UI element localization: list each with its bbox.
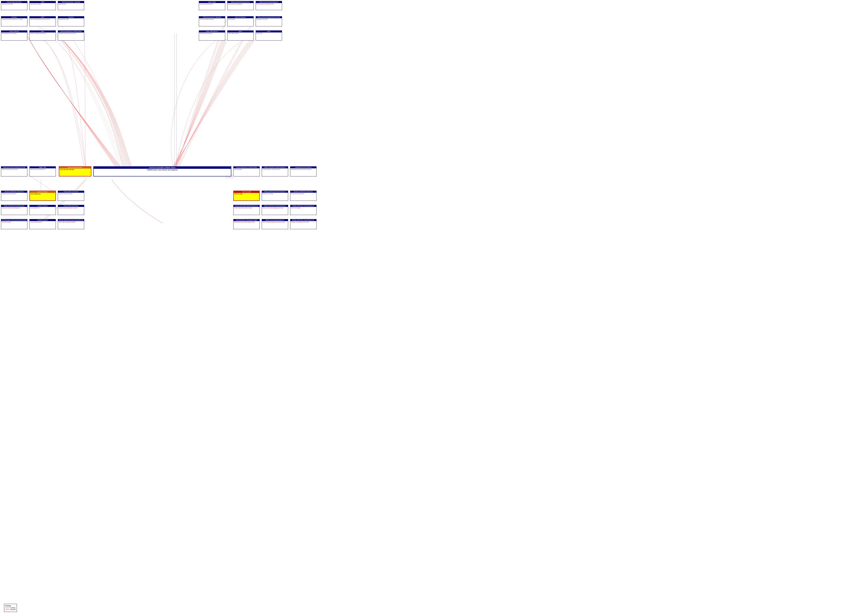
node-wide-area-monitoring[interactable]: American Association of Motor Vehicle AA… (93, 166, 231, 176)
node-school-district-body: Independent School District Bus Dispatch (291, 169, 316, 170)
node-mountain-line-body: Mountain Line Transit (263, 193, 287, 194)
node-adot-lmr[interactable]: ADOT ADOT Land Mobile Radio Team (30, 30, 56, 41)
node-wide-area-body: AAMVA Driver and Vehicle Info Systems (94, 169, 230, 171)
node-adot-tmc-body: ADOT TMC (256, 33, 281, 34)
node-chp-dispatch-header: State of California (227, 16, 253, 18)
node-adot-odeq[interactable]: ADOT ADOT ODEQ-DM Ops Center Travelers (30, 16, 56, 27)
node-private-traveler-info[interactable]: Arizona Information Network Resources Pr… (233, 205, 260, 215)
node-private-vehicle-header: Travelers (58, 16, 84, 18)
node-adot-tmc[interactable]: ADOT ADOT TMC (256, 30, 282, 41)
node-mexico-regional-body: Mexico Regional Maintenance Section Affa… (263, 222, 287, 223)
node-dps-ops[interactable]: Arizona Department of Public Safety DPS … (233, 166, 260, 176)
node-adot-911-body: ADOT 911 AMS (234, 193, 259, 195)
node-mexico-customs-border[interactable]: Mexico Governmental Agencies Mexico Cust… (256, 1, 282, 10)
node-us-visit[interactable]: US Information and Customs Enforcement U… (1, 219, 27, 229)
node-traveler-devices[interactable]: Travelers Personal Information Devices f… (1, 16, 27, 27)
node-tribal-public-safety-header: Tribal Governments - Statewide (199, 16, 225, 18)
node-maricopa-soc[interactable]: Cities and County Department of Trans Ma… (256, 16, 282, 27)
node-tribal-tmc[interactable]: Tribal Governments - Statewide Tribal TM… (58, 1, 84, 10)
node-adot-511-header: Public and Private Transit Employers (290, 205, 316, 207)
node-aamva[interactable]: WMD 5 TMC Wide Area Monitoring Systems (30, 166, 56, 176)
node-cities-towns-fire[interactable]: Arizona Cities and Towns Cities and Town… (58, 205, 84, 215)
legend-existing: Existing (5, 607, 16, 608)
node-mexico-customs-border-body: Mexico Customs and Border Patrol (256, 3, 281, 5)
node-nm-state-police-header: State of New Mexico (199, 31, 225, 33)
node-transit-providers-body: Transit Providers - Fleets and Prov (263, 169, 287, 170)
node-public-transit-dispatch-body: Public Dan-State Transit Dispatchers (2, 207, 27, 209)
node-school-district-dispatch[interactable]: Independent School District Independent … (290, 166, 316, 176)
node-adot-511-body: ADOT 511 Website (291, 207, 316, 209)
node-adot-rmc-dispatch-body: ADOT RMC Dispatch (228, 33, 253, 34)
node-dema-body: DEMA SEOC Arizona DOE Military Affairs (234, 222, 259, 223)
node-county-emg-eoc[interactable]: Arizona Counties County EMG-EOC (30, 205, 56, 215)
legend-existing-label: Existing (10, 607, 16, 608)
node-private-traveler-info-header: Arizona Information Network Resources (234, 205, 260, 207)
node-sheriff-dispatch[interactable]: Arizona Counties County Sheriff Dispatch (30, 219, 56, 229)
node-cities-towns-tmc-header: Arizona Cities and Towns (1, 1, 27, 3)
node-transit-providers[interactable]: Public and Private Transit Employers Tra… (262, 166, 288, 176)
node-nevada-state-police[interactable]: State of Nevada Nevada State Police Disp… (1, 30, 27, 41)
node-chp-dispatch-body: CHP Dispatch (228, 19, 253, 20)
node-county-mobile-app[interactable]: Arizona Counties County Mobile App (30, 191, 56, 201)
node-us-border-patrol-header: Systems and Border Inspections (290, 191, 316, 193)
node-mexico-govt-1-body: Mexico Customs and Border (228, 3, 253, 5)
node-county-mobile-header: Arizona Counties (30, 191, 55, 193)
node-cities-towns-eoc-header: Arizona Cities and Towns (58, 191, 84, 193)
node-cities-towns-sdc-header: National Economic Infrastructure IAN (1, 167, 27, 168)
node-mountain-line-i5[interactable]: Border and Private Transit Resources Mou… (290, 219, 316, 229)
node-mexico-regional[interactable]: Mexico Governmental Agencies Mexico Regi… (262, 219, 288, 229)
node-county-mobile-body: County Mobile App (30, 193, 55, 195)
node-us-visit-header: US Information and Customs Enforcement (1, 219, 27, 221)
legend-planned-line (5, 610, 9, 610)
node-utah-state-police-body: Utah State Police Dispatch (200, 3, 224, 5)
node-traveler-devices-header: Travelers (1, 16, 27, 18)
legend-planned-label: Planned (10, 609, 16, 610)
node-chp-dispatch[interactable]: State of California CHP Dispatch (227, 16, 253, 27)
node-mexico-customs-border-header: Mexico Governmental Agencies (256, 1, 282, 3)
node-highway-inspection[interactable]: Systems and Border Inspections Highway I… (1, 191, 27, 201)
legend-title: Scoring (5, 605, 16, 607)
node-mountain-line-i5-body: Mountain Line Website and I5 Under (291, 222, 316, 223)
node-adot-rmc-dispatch-header: ADOT (227, 31, 253, 33)
legend-planned: Planned (5, 609, 16, 610)
node-statewide-comm[interactable]: Arizona Department of Public Safety Stat… (58, 30, 84, 41)
node-cities-towns-eoc[interactable]: Arizona Cities and Towns Cities and Town… (58, 191, 84, 201)
node-mountain-line-mgmt-header: Public and Private Transit Employers (262, 205, 288, 207)
node-mountain-line[interactable]: Public and Private Transit Employers Mou… (262, 191, 288, 201)
node-adot-odeq-header: ADOT (30, 16, 56, 18)
node-adoc-incident-services[interactable]: Arizona Cities and Towns Cities and Town… (59, 166, 91, 176)
node-us-border-patrol-body: US Border Patrol Dispatch (291, 193, 316, 194)
node-nevada-state-police-header: State of Nevada (1, 31, 27, 33)
node-cities-towns-sdc[interactable]: National Economic Infrastructure IAN ADO… (1, 166, 27, 176)
node-adot-tmc-header: ADOT (256, 31, 282, 33)
node-adot-511[interactable]: Public and Private Transit Employers ADO… (290, 205, 316, 215)
node-private-vehicle[interactable]: Travelers Private Vehicle OBE (58, 16, 84, 27)
node-cities-towns-eoc-body: Cities and Towns EOC-ERC (59, 193, 83, 194)
node-mexico-govt-1[interactable]: Mexico Governmental Agencies Mexico Cust… (227, 1, 253, 10)
node-us-border-patrol[interactable]: Systems and Border Inspections US Border… (290, 191, 316, 201)
node-cities-towns-tmc[interactable]: Arizona Cities and Towns Cities and Town… (1, 1, 27, 10)
node-tribal-coord[interactable]: Arizona Tribal Government Authorities So… (58, 219, 84, 229)
node-utah-state-police-header: State of Utah (199, 1, 225, 3)
node-adot-lmr-header: ADOT (30, 31, 56, 33)
node-dema[interactable]: Arizona Division of Emergency Mgmt DEMA … (233, 219, 260, 229)
node-mexico-govt-1-header: Mexico Governmental Agencies (227, 1, 253, 3)
node-mexico-regional-header: Mexico Governmental Agencies (262, 219, 288, 221)
node-nm-state-police[interactable]: State of New Mexico NM State Police Disp… (199, 30, 225, 41)
node-cities-towns-tmc-body: Cities and Towns TMC (2, 3, 27, 5)
node-maricopa-soc-header: Cities and County Department of Trans (256, 16, 282, 18)
node-nm-state-police-body: NM State Police Dispatch (200, 33, 224, 34)
node-adot-odeq-body: ADOT ODEQ-DM Ops Center Travelers (30, 19, 55, 20)
node-adot-rmc-dispatch[interactable]: ADOT ADOT RMC Dispatch (227, 30, 253, 41)
node-tribal-public-safety[interactable]: Tribal Governments - Statewide Tribal Pu… (199, 16, 225, 27)
node-adot-911[interactable]: ADOT 911 AMS ADOT 911 AMS (233, 191, 260, 201)
node-adoc-incident-header: Arizona Cities and Towns (59, 167, 91, 168)
legend-existing-line (5, 608, 9, 608)
diagram-container: Arizona Cities and Towns Cities and Town… (0, 0, 867, 616)
node-utah-state-police[interactable]: State of Utah Utah State Police Dispatch (199, 1, 225, 10)
node-public-transit-dispatch[interactable]: Public and Private TransitProviders Publ… (1, 205, 27, 215)
node-highway-inspection-header: Systems and Border Inspections (1, 191, 27, 193)
node-mountain-line-mgmt[interactable]: Public and Private Transit Employers Mou… (262, 205, 288, 215)
node-adot-tmc-rmc-header: ADOT (30, 1, 56, 3)
node-adot-tmc-rmc[interactable]: ADOT ADOT TMC and RMC (30, 1, 56, 10)
